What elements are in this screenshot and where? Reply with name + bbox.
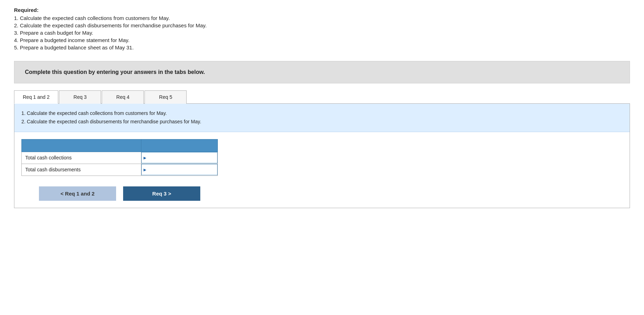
arrow-icon-collections: ►: [142, 155, 148, 160]
input-collections[interactable]: [148, 152, 217, 163]
prev-button[interactable]: < Req 1 and 2: [39, 186, 116, 201]
required-list: 1. Calculate the expected cash collectio…: [14, 15, 630, 50]
required-item-1: 1. Calculate the expected cash collectio…: [14, 15, 630, 21]
table-row: Total cash collections ►: [22, 152, 218, 164]
tab-req-4[interactable]: Req 4: [102, 90, 144, 104]
required-item-4: 4. Prepare a budgeted income statement f…: [14, 37, 630, 43]
arrow-icon-disbursements: ►: [142, 167, 148, 172]
tab-req-1-and-2[interactable]: Req 1 and 2: [14, 90, 58, 104]
tabs-row: Req 1 and 2 Req 3 Req 4 Req 5: [14, 90, 630, 104]
tab-instruction: 1. Calculate the expected cash collectio…: [14, 104, 630, 132]
required-item-3: 3. Prepare a cash budget for May.: [14, 30, 630, 36]
next-label: Req 3: [152, 191, 167, 197]
instruction-text: Complete this question by entering your …: [25, 69, 619, 75]
table-header-col1: [22, 139, 141, 152]
tab-instruction-line-2: 2. Calculate the expected cash disbursem…: [21, 118, 623, 126]
table-row: Total cash disbursements ►: [22, 164, 218, 176]
row-input-collections: ►: [141, 152, 217, 164]
tab-req-5[interactable]: Req 5: [145, 90, 187, 104]
input-disbursements[interactable]: [148, 164, 217, 175]
required-item-2: 2. Calculate the expected cash disbursem…: [14, 22, 630, 28]
tab-content: 1. Calculate the expected cash collectio…: [14, 103, 630, 208]
tabs-container: Req 1 and 2 Req 3 Req 4 Req 5 1. Calcula…: [14, 90, 630, 208]
next-symbol: >: [168, 191, 171, 197]
tab-body: Total cash collections ► Total cash disb…: [14, 132, 630, 208]
required-label: Required:: [14, 7, 630, 13]
row-input-disbursements: ►: [141, 164, 217, 176]
prev-symbol: <: [60, 191, 63, 197]
required-item-5: 5. Prepare a budgeted balance sheet as o…: [14, 44, 630, 50]
data-table: Total cash collections ► Total cash disb…: [21, 139, 218, 176]
table-header-col2: [141, 139, 217, 152]
prev-label: Req 1 and 2: [65, 191, 94, 197]
next-button[interactable]: Req 3 >: [123, 186, 200, 201]
buttons-row: < Req 1 and 2 Req 3 >: [21, 186, 218, 201]
required-section: Required: 1. Calculate the expected cash…: [14, 7, 630, 50]
input-wrapper-disbursements: ►: [141, 164, 217, 175]
row-label-collections: Total cash collections: [22, 152, 141, 164]
tab-req-3[interactable]: Req 3: [59, 90, 101, 104]
tab-instruction-line-1: 1. Calculate the expected cash collectio…: [21, 109, 623, 118]
input-wrapper-collections: ►: [141, 152, 217, 163]
instruction-box: Complete this question by entering your …: [14, 61, 630, 83]
row-label-disbursements: Total cash disbursements: [22, 164, 141, 176]
